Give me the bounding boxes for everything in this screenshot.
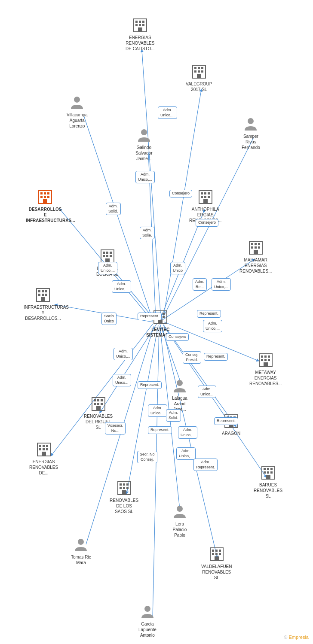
svg-rect-91 bbox=[268, 355, 270, 358]
badge-adm-solid-1[interactable]: Adm.Solid. bbox=[106, 203, 121, 215]
svg-rect-125 bbox=[264, 471, 266, 474]
node-valegroup[interactable]: VALEGROUP2017 SL bbox=[186, 64, 212, 92]
svg-rect-61 bbox=[204, 196, 206, 198]
svg-rect-116 bbox=[46, 445, 48, 447]
label-garcia: GarciaLapuenteAntonio bbox=[138, 621, 156, 638]
node-lera[interactable]: LeraPalacioPablo bbox=[172, 504, 187, 538]
node-energias-calisto[interactable]: ENERGIASRENOVABLESDE CALISTO... bbox=[126, 17, 155, 52]
badge-adm-unico-1[interactable]: Adm.Unico,... bbox=[158, 106, 177, 119]
badge-represent-lower[interactable]: Represent. bbox=[138, 381, 162, 389]
node-infraestructuras[interactable]: INFRAESTRUCTURASYDESARROLLOS... bbox=[24, 287, 62, 321]
svg-rect-50 bbox=[44, 192, 46, 194]
svg-rect-85 bbox=[42, 294, 44, 296]
node-samper[interactable]: SamperRivasFernando bbox=[242, 117, 260, 150]
svg-rect-75 bbox=[258, 243, 260, 245]
svg-rect-83 bbox=[45, 290, 47, 292]
svg-rect-100 bbox=[94, 403, 96, 405]
badge-represent-aragon[interactable]: Represent. bbox=[214, 417, 238, 425]
svg-rect-42 bbox=[198, 70, 200, 73]
label-galindo: GalindoSalvadorJaime... bbox=[135, 145, 152, 161]
svg-rect-94 bbox=[268, 359, 270, 361]
svg-rect-82 bbox=[42, 290, 44, 292]
svg-rect-136 bbox=[122, 490, 126, 495]
node-desarrollos[interactable]: DESARROLLOSEINFRAESTRUCTURAS... bbox=[26, 189, 64, 223]
badge-consejero-malvamar[interactable]: Consejero bbox=[196, 219, 218, 227]
svg-rect-103 bbox=[96, 406, 101, 410]
badge-consejero-1[interactable]: Consejero bbox=[169, 190, 192, 197]
label-valegroup: VALEGROUP2017 SL bbox=[186, 81, 212, 92]
badge-adm-unico-bottom[interactable]: Adm.Unico,... bbox=[176, 447, 196, 460]
badge-adm-unico-bucuesa[interactable]: Adm.Unico,... bbox=[98, 262, 117, 274]
svg-rect-40 bbox=[201, 67, 203, 69]
svg-point-138 bbox=[78, 539, 84, 545]
badge-consejero-2[interactable]: Consejero bbox=[166, 333, 189, 341]
node-tomas[interactable]: Tomas RicMara bbox=[71, 538, 91, 565]
svg-rect-63 bbox=[203, 199, 208, 204]
badge-represent-lower2[interactable]: Represent. bbox=[148, 426, 172, 434]
svg-rect-54 bbox=[47, 196, 49, 198]
svg-rect-99 bbox=[101, 399, 103, 401]
node-renovables-sasos[interactable]: RENOVABLESDE LOSSAOS SL bbox=[110, 480, 138, 514]
svg-rect-34 bbox=[139, 24, 141, 26]
node-lalagua[interactable]: LalaguaArandJose... bbox=[172, 379, 187, 412]
badge-secr-no-consej[interactable]: Secr. NoConsej. bbox=[137, 451, 157, 463]
svg-rect-86 bbox=[45, 294, 47, 296]
badge-represent-2[interactable]: Represent. bbox=[204, 353, 228, 361]
badge-adm-unico-ll[interactable]: Adm.Unico... bbox=[113, 374, 131, 386]
svg-rect-114 bbox=[39, 445, 41, 447]
label-barues: BARUESRENOVABLESSL bbox=[254, 482, 282, 499]
node-garcia[interactable]: GarciaLapuenteAntonio bbox=[138, 605, 156, 638]
building-icon-metaway bbox=[258, 352, 274, 368]
svg-rect-33 bbox=[135, 24, 138, 26]
building-icon-sasos bbox=[116, 480, 132, 496]
node-energias-de[interactable]: ENERGIASRENOVABLESDE... bbox=[29, 441, 58, 476]
building-icon-barues bbox=[260, 465, 276, 481]
label-energias-calisto: ENERGIASRENOVABLESDE CALISTO... bbox=[126, 35, 155, 52]
node-metaway[interactable]: METAWAYENERGIASRENOVABLES... bbox=[249, 352, 282, 386]
badge-consej-presid[interactable]: Consej.Presid. bbox=[183, 351, 201, 364]
badge-adm-represent[interactable]: Adm.Represent. bbox=[193, 459, 218, 471]
badge-adm-unico-below-left[interactable]: Adm.Unico,... bbox=[114, 348, 133, 360]
badge-adm-unico-sasos[interactable]: Adm.Unico,... bbox=[148, 404, 167, 417]
svg-rect-51 bbox=[47, 192, 49, 194]
badge-socio-unico[interactable]: SocioÚnico bbox=[101, 313, 117, 325]
badge-represent-1[interactable]: Represent. bbox=[138, 313, 162, 320]
badge-adm-unico-far-right[interactable]: Adm.Unico,... bbox=[203, 320, 222, 332]
svg-rect-101 bbox=[97, 403, 99, 405]
badge-vicesecr[interactable]: Vicesecr.No... bbox=[105, 422, 126, 434]
node-galindo[interactable]: GalindoSalvadorJaime... bbox=[135, 128, 152, 161]
copyright-brand: Empresia bbox=[289, 635, 309, 640]
node-villacampa[interactable]: VillacampaAguartaLorenzo bbox=[67, 95, 88, 129]
node-barues[interactable]: BARUESRENOVABLESSL bbox=[254, 465, 282, 499]
badge-adm-solid-lower[interactable]: Adm.Solid. bbox=[166, 409, 181, 422]
label-villacampa: VillacampaAguartaLorenzo bbox=[67, 112, 88, 129]
label-infraestructuras: INFRAESTRUCTURASYDESARROLLOS... bbox=[24, 304, 62, 321]
svg-rect-76 bbox=[251, 246, 253, 249]
badge-adm-unico-mid[interactable]: Adm.Unico bbox=[170, 262, 185, 274]
badge-adm-unico-3[interactable]: Adm.Unico,... bbox=[112, 280, 131, 293]
svg-rect-65 bbox=[103, 252, 105, 254]
svg-rect-66 bbox=[106, 252, 108, 254]
building-icon-infraestructuras bbox=[35, 287, 51, 303]
badge-represent-right[interactable]: Represent. bbox=[197, 310, 221, 318]
svg-rect-74 bbox=[255, 243, 257, 245]
svg-rect-98 bbox=[97, 399, 99, 401]
badge-adm-solie[interactable]: Adm.Solie. bbox=[140, 227, 155, 239]
person-icon-tomas bbox=[73, 538, 89, 553]
node-malvamar[interactable]: MALVAMARENERGIASRENOVABLES... bbox=[239, 240, 272, 274]
node-valdelafuen[interactable]: VALDELAFUENRENOVABLESSL bbox=[201, 546, 232, 580]
person-icon-villacampa bbox=[69, 95, 85, 111]
building-icon-riguel bbox=[90, 396, 107, 412]
svg-point-45 bbox=[74, 97, 80, 103]
badge-adm-unico-lalagua[interactable]: Adm.Unico... bbox=[198, 386, 216, 398]
badge-adm-unico-right[interactable]: Adm.Unico,... bbox=[212, 278, 231, 291]
svg-rect-90 bbox=[264, 355, 267, 358]
badge-adm-unico-2[interactable]: Adm.Unico,... bbox=[135, 171, 155, 183]
badge-adm-re[interactable]: Adm.Re... bbox=[193, 278, 207, 291]
node-anthophila[interactable]: ANTHOPHILAERGIASRENOVABLES... bbox=[189, 189, 221, 223]
svg-rect-97 bbox=[94, 399, 96, 401]
label-aragon: ARAGON bbox=[222, 431, 240, 436]
badge-adm-unico-lower2[interactable]: Adm.Unico,... bbox=[178, 426, 197, 439]
building-icon-calisto bbox=[132, 17, 148, 33]
svg-rect-115 bbox=[43, 445, 45, 447]
